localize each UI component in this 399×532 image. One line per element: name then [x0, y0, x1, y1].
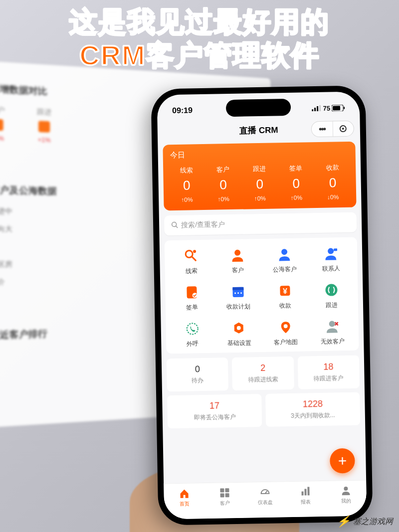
- svg-rect-19: [233, 287, 244, 290]
- phone-screen: 09:19 75 直播 CRM ••• 今日 线索 0 ↑0%客户 0: [157, 92, 367, 520]
- grid-label: 客户地图: [274, 338, 298, 347]
- svg-point-12: [234, 250, 240, 256]
- watermark: ⚡ 塞之游戏网: [337, 515, 393, 528]
- stat-trend: ↑0%: [205, 195, 241, 203]
- stat-col-3[interactable]: 签单 0 ↑0%: [278, 164, 315, 201]
- stat-label: 跟进: [241, 164, 278, 174]
- task-label: 待跟进线索: [235, 375, 291, 384]
- task-card-0[interactable]: 0 待办: [167, 357, 228, 391]
- mini-program-controls: •••: [311, 121, 355, 137]
- svg-text:¥: ¥: [283, 287, 287, 295]
- stat-value: 0: [169, 177, 205, 193]
- grid-item-payment-plan[interactable]: 收款计划: [215, 283, 262, 312]
- mini-close-button[interactable]: [332, 121, 354, 137]
- stat-col-1[interactable]: 客户 0 ↑0%: [204, 165, 242, 203]
- status-time: 09:19: [172, 106, 193, 115]
- grid-label: 收款: [279, 302, 291, 310]
- search-input[interactable]: 搜索/查重客户: [164, 212, 357, 236]
- grid-item-lead[interactable]: 线索: [168, 248, 214, 276]
- grid-item-public-pool[interactable]: 公海客户: [261, 246, 308, 274]
- svg-point-41: [344, 487, 348, 491]
- svg-rect-5: [333, 106, 340, 110]
- task-card-2[interactable]: 18 待跟进客户: [297, 355, 359, 389]
- stat-col-0[interactable]: 线索 0 ↑0%: [168, 166, 205, 203]
- svg-rect-33: [220, 488, 224, 492]
- notch: [226, 99, 291, 117]
- battery-icon: 75: [323, 104, 345, 112]
- outbound-icon: [184, 321, 200, 337]
- tab-label: 我的: [341, 498, 351, 505]
- grid-item-customer[interactable]: 客户: [214, 247, 261, 275]
- svg-point-14: [328, 248, 334, 254]
- search-placeholder: 搜索/查重客户: [181, 220, 225, 230]
- stat-label: 签单: [278, 164, 315, 173]
- mini-program-header: 直播 CRM •••: [158, 118, 361, 143]
- svg-rect-40: [308, 487, 310, 495]
- svg-rect-35: [220, 493, 224, 497]
- tab-home[interactable]: 首页: [164, 483, 204, 512]
- svg-rect-6: [344, 107, 345, 109]
- grid-label: 收款计划: [226, 302, 250, 311]
- task-card-4[interactable]: 1228 3天内到期收款...: [265, 392, 360, 427]
- task-label: 待办: [170, 376, 225, 385]
- task-value: 1228: [268, 398, 357, 410]
- tab-customers[interactable]: 客户: [204, 483, 245, 512]
- grid-item-contact[interactable]: 联系人: [307, 245, 354, 274]
- stat-trend: ↑0%: [242, 194, 278, 202]
- stat-col-2[interactable]: 跟进 0 ↑0%: [241, 164, 278, 202]
- grid-item-settings[interactable]: 基础设置: [215, 320, 262, 348]
- stat-label: 线索: [168, 166, 205, 175]
- tab-dashboard[interactable]: 仪表盘: [245, 482, 286, 511]
- tab-report[interactable]: 报表: [285, 481, 326, 510]
- mini-menu-button[interactable]: •••: [312, 121, 333, 137]
- today-label: 今日: [168, 148, 351, 160]
- task-label: 3天内到期收款...: [269, 411, 357, 421]
- svg-rect-3: [319, 105, 321, 111]
- settings-icon: [231, 320, 247, 337]
- stat-value: 0: [278, 176, 315, 191]
- task-card-1[interactable]: 2 待跟进线索: [232, 356, 294, 390]
- svg-point-25: [326, 284, 338, 296]
- followup-icon: [323, 282, 340, 298]
- task-card-3[interactable]: 17 即将丢公海客户: [167, 394, 262, 428]
- invalid-icon: [324, 318, 341, 335]
- svg-rect-38: [302, 492, 304, 496]
- svg-point-11: [193, 250, 196, 253]
- stat-value: 0: [205, 177, 242, 193]
- home-icon: [179, 488, 190, 499]
- public-pool-icon: [276, 246, 293, 263]
- task-value: 17: [170, 400, 258, 412]
- tab-profile[interactable]: 我的: [326, 480, 367, 509]
- stat-label: 收款: [314, 163, 351, 173]
- add-fab-button[interactable]: +: [330, 448, 355, 474]
- svg-point-26: [187, 323, 198, 334]
- tab-label: 客户: [220, 500, 230, 507]
- stat-col-4[interactable]: 收款 0 ↓0%: [314, 163, 352, 201]
- grid-item-followup[interactable]: 跟进: [308, 282, 355, 310]
- grid-item-outbound[interactable]: 外呼: [169, 321, 216, 349]
- feature-grid-card: 线索 客户 公海客户 联系人 签单 收款计划¥ 收款 跟进 外呼 基础设置 客户…: [165, 237, 359, 354]
- grid-label: 联系人: [322, 264, 340, 273]
- svg-rect-36: [225, 493, 229, 497]
- map-icon: [277, 319, 294, 336]
- contract-icon: [184, 284, 200, 301]
- task-label: 即将丢公海客户: [171, 412, 259, 422]
- stat-trend: ↑0%: [169, 196, 205, 203]
- grid-item-payment[interactable]: ¥ 收款: [261, 282, 308, 311]
- bottom-tab-bar: 首页 客户 仪表盘 报表 我的: [164, 480, 367, 519]
- svg-rect-15: [334, 248, 337, 251]
- grid-label: 基础设置: [227, 339, 251, 348]
- task-value: 2: [235, 362, 291, 374]
- grid-label: 线索: [185, 267, 197, 275]
- report-icon: [300, 486, 311, 497]
- phone-frame: 09:19 75 直播 CRM ••• 今日 线索 0 ↑0%客户 0: [151, 85, 373, 525]
- stat-label: 客户: [204, 165, 241, 175]
- svg-point-13: [281, 249, 287, 255]
- grid-item-map[interactable]: 客户地图: [262, 319, 309, 347]
- task-value: 0: [170, 363, 225, 375]
- grid-item-invalid[interactable]: 无效客户: [309, 318, 356, 347]
- grid-label: 外呼: [187, 340, 199, 348]
- svg-line-8: [176, 226, 178, 228]
- grid-label: 无效客户: [320, 337, 344, 346]
- grid-item-contract[interactable]: 签单: [168, 284, 215, 313]
